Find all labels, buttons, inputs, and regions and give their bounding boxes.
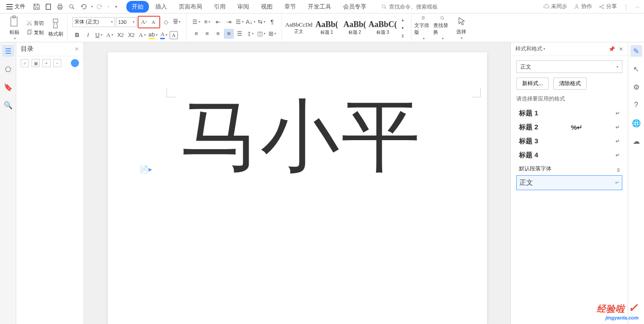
pin-icon[interactable]: 📌 <box>608 46 615 52</box>
outline-plus-icon[interactable]: + <box>42 59 51 67</box>
styles-panel-dropdown[interactable]: ▾ <box>543 47 545 51</box>
preview-icon[interactable] <box>67 2 77 12</box>
collapse-ribbon[interactable]: ︿ <box>635 3 640 10</box>
underline-button[interactable]: U▾ <box>94 30 104 40</box>
italic-button[interactable]: I <box>83 30 93 40</box>
font-color-button[interactable]: A▾ <box>159 30 169 40</box>
phonetic-guide-icon[interactable]: 變▾ <box>172 17 182 27</box>
font-name-select[interactable]: 宋体 (正文)▾ <box>72 17 115 27</box>
style-body[interactable]: AaBbCcDd正文 <box>285 16 313 40</box>
styles-scroll-up[interactable]: ▴ <box>398 16 408 23</box>
new-style-button[interactable]: 新样式... <box>516 78 549 90</box>
outline-tab-icon[interactable]: ☰ <box>2 45 14 57</box>
highlight-color-button[interactable]: ab▾ <box>148 30 158 40</box>
text-effects-button[interactable]: A▾ <box>137 30 147 40</box>
command-search[interactable] <box>381 4 452 10</box>
grow-font-button[interactable]: A+ <box>139 17 149 27</box>
style-item-h1[interactable]: 标题 1↵ <box>516 106 622 120</box>
search-tab-icon[interactable]: 🔍 <box>2 99 14 111</box>
more-menu[interactable]: ⋮ <box>623 4 629 10</box>
tab-chapter[interactable]: 章节 <box>279 1 301 13</box>
tab-references[interactable]: 引用 <box>208 1 231 13</box>
cloud-tool-icon[interactable]: ☁ <box>630 135 642 147</box>
style-item-default-font[interactable]: 默认段落字体a <box>516 162 622 175</box>
align-justify-button[interactable]: ≡ <box>224 29 234 39</box>
close-panel-icon[interactable]: ✕ <box>619 46 623 52</box>
share-button[interactable]: 分享 <box>598 3 617 10</box>
undo-icon[interactable] <box>79 2 88 12</box>
line-spacing-button[interactable]: ‡▾ <box>246 29 255 39</box>
style-item-h2[interactable]: 标题 2%↵↵ <box>516 120 622 134</box>
styles-expand[interactable]: ⊻ <box>398 32 408 40</box>
document-text[interactable]: 马小平 <box>121 97 473 176</box>
sync-status[interactable]: 未同步 <box>543 3 567 10</box>
typesetting-button[interactable]: 文字排版▾ <box>414 15 432 41</box>
clear-format-icon[interactable]: ◇ <box>161 17 171 27</box>
char-border-button[interactable]: A <box>170 31 178 39</box>
redo-dropdown[interactable]: ▾ <box>107 5 109 9</box>
collab-button[interactable]: 协作 <box>574 3 592 10</box>
shape-tab-icon[interactable]: ⬠ <box>2 63 14 75</box>
distribute-button[interactable]: ☰ <box>235 29 245 39</box>
help-tool-icon[interactable]: ? <box>630 99 642 111</box>
increase-indent-button[interactable]: ⇥ <box>224 17 234 27</box>
subscript-button[interactable]: X2 <box>126 30 136 40</box>
cursor-tool-icon[interactable]: ↖ <box>630 63 642 75</box>
paragraph-mark-icon[interactable]: 📄▸ <box>139 165 152 173</box>
style-item-h4[interactable]: 标题 4↵ <box>516 148 622 162</box>
file-menu[interactable]: 文件 <box>4 3 28 10</box>
bullet-list-button[interactable]: ☰▾ <box>191 17 201 27</box>
outline-minus-icon[interactable]: − <box>53 59 61 67</box>
styles-scroll-down[interactable]: ▾ <box>398 24 408 32</box>
style-item-h3[interactable]: 标题 3↵ <box>516 134 622 148</box>
outline-expand-icon[interactable]: ▣ <box>32 59 40 67</box>
cut-button[interactable]: 剪切 <box>24 19 46 27</box>
tab-review[interactable]: 审阅 <box>232 1 255 13</box>
tab-view[interactable]: 视图 <box>255 1 278 13</box>
outline-sync-dot[interactable] <box>71 59 79 67</box>
style-h1[interactable]: AaBb(标题 1 <box>313 16 341 40</box>
search-input[interactable] <box>389 4 452 10</box>
decrease-indent-button[interactable]: ⇤ <box>213 17 223 27</box>
asian-layout-button[interactable]: ☰▾ <box>235 17 245 27</box>
tab-start[interactable]: 开始 <box>126 1 149 13</box>
bold-button[interactable]: B <box>72 30 82 40</box>
save-icon[interactable] <box>32 2 42 12</box>
align-center-button[interactable]: ≡ <box>202 29 212 39</box>
tab-layout[interactable]: 页面布局 <box>173 1 208 13</box>
paste-button[interactable]: 粘贴▾ <box>5 15 23 41</box>
settings-tool-icon[interactable]: ⚙ <box>630 81 642 93</box>
number-list-button[interactable]: ≡▾ <box>202 17 212 27</box>
bookmark-tab-icon[interactable]: 🔖 <box>2 81 14 93</box>
font-size-select[interactable]: 130▾ <box>116 17 137 27</box>
translate-tool-icon[interactable]: 🌐 <box>630 117 642 129</box>
show-marks-button[interactable]: ¶ <box>267 17 277 27</box>
align-left-button[interactable]: ≡ <box>191 29 201 39</box>
outline-check-icon[interactable]: ✓ <box>21 59 29 67</box>
strikethrough-button[interactable]: A▾ <box>105 30 115 40</box>
align-right-button[interactable]: ≡ <box>213 29 223 39</box>
clear-format-button[interactable]: 清除格式 <box>553 78 587 90</box>
select-button[interactable]: 选择▾ <box>452 15 470 41</box>
tab-devtools[interactable]: 开发工具 <box>302 1 337 13</box>
tab-insert[interactable]: 插入 <box>150 1 172 13</box>
style-h3[interactable]: AaBbC(标题 3 <box>369 16 397 40</box>
tab-button[interactable]: ⇆▾ <box>256 17 266 27</box>
current-style-select[interactable]: 正文▾ <box>516 60 622 73</box>
print-alt-icon[interactable] <box>43 2 53 12</box>
superscript-button[interactable]: X2 <box>116 30 125 40</box>
copy-button[interactable]: 复制 <box>24 28 46 37</box>
style-h2[interactable]: AaBb(标题 2 <box>341 16 369 40</box>
print-icon[interactable] <box>55 2 65 12</box>
shading-button[interactable]: ◫▾ <box>256 29 266 39</box>
pen-tool-icon[interactable]: ✎ <box>630 45 642 57</box>
borders-button[interactable]: ⊞▾ <box>267 29 277 39</box>
style-item-body[interactable]: 正文↵ <box>516 175 622 190</box>
close-outline-icon[interactable]: ✕ <box>74 46 79 52</box>
qat-customize[interactable]: ▾ <box>111 2 121 12</box>
tab-member[interactable]: 会员专享 <box>338 1 372 13</box>
sort-button[interactable]: A↓▾ <box>246 17 255 27</box>
redo-icon[interactable] <box>95 2 105 12</box>
shrink-font-button[interactable]: A- <box>149 17 159 27</box>
find-replace-button[interactable]: 查找替换▾ <box>433 15 451 41</box>
